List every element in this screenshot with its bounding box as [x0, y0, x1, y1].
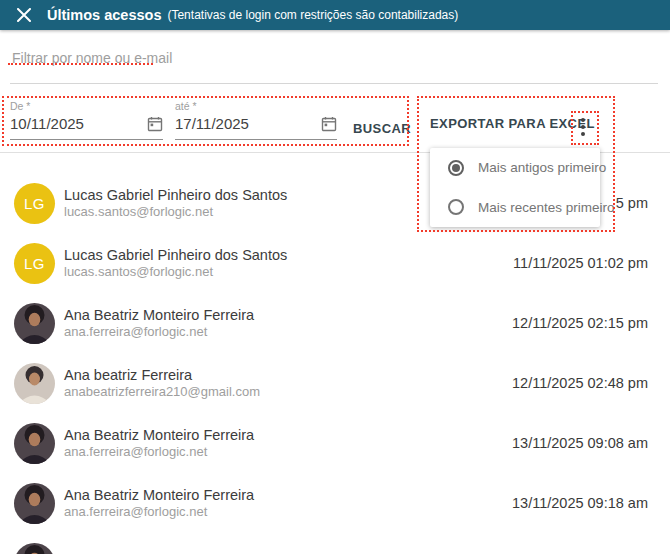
date-from-underline — [10, 139, 163, 140]
kebab-menu-icon[interactable] — [578, 114, 588, 140]
date-from-label: De * — [10, 100, 30, 112]
radio-unselected-icon[interactable] — [448, 199, 464, 215]
calendar-icon-from[interactable] — [147, 116, 163, 132]
sort-option-oldest-first[interactable]: Mais antigos primeiro — [430, 148, 600, 188]
access-list-item: LG Lucas Gabriel Pinheiro dos Santosluca… — [0, 233, 670, 293]
sort-option-label: Mais recentes primeiro — [478, 200, 615, 215]
avatar-photo — [14, 543, 55, 554]
user-name: Lucas Gabriel Pinheiro dos Santos — [64, 187, 287, 204]
search-button[interactable]: BUSCAR — [353, 121, 411, 136]
export-excel-button[interactable]: EXPORTAR PARA EXCEL — [430, 116, 595, 131]
radio-selected-icon[interactable] — [448, 160, 464, 176]
annotation-filter-underline — [8, 63, 153, 65]
user-name: Ana Beatriz Monteiro Ferreira — [64, 427, 254, 444]
user-email: lucas.santos@forlogic.net — [64, 204, 287, 219]
access-timestamp: 13/11/2025 09:28 am — [512, 533, 648, 554]
access-timestamp: 13/11/2025 09:08 am — [512, 413, 648, 473]
calendar-icon-to[interactable] — [321, 116, 337, 132]
user-email: ana.ferreira@forlogic.net — [64, 444, 254, 459]
user-name: Ana Beatriz Monteiro Ferreira — [64, 307, 254, 324]
dialog-title: Últimos acessos — [47, 7, 161, 23]
avatar-photo — [14, 363, 55, 404]
dialog-subtitle: (Tentativas de login com restrições são … — [167, 8, 458, 22]
avatar-photo — [14, 423, 55, 464]
close-icon[interactable] — [16, 7, 32, 23]
user-email: anabeatrizferreira210@gmail.com — [64, 384, 260, 399]
avatar-photo — [14, 483, 55, 524]
last-accesses-dialog: Últimos acessos (Tentativas de login com… — [0, 0, 670, 554]
access-list-item: Ana Beatriz Monteiro Ferreiraana.ferreir… — [0, 413, 670, 473]
sort-option-newest-first[interactable]: Mais recentes primeiro — [430, 188, 600, 228]
access-list-item: Ana Beatriz Monteiro Ferreiraana.ferreir… — [0, 293, 670, 353]
avatar: LG — [14, 243, 55, 284]
access-timestamp: 11/11/2025 01:02 pm — [513, 233, 648, 293]
avatar: LG — [14, 183, 55, 224]
date-to-underline — [175, 139, 337, 140]
avatar-photo — [14, 303, 55, 344]
date-to-label: até * — [175, 100, 197, 112]
sort-menu: Mais antigos primeiro Mais recentes prim… — [430, 148, 600, 227]
date-from-value[interactable]: 10/11/2025 — [10, 115, 84, 132]
sort-option-label: Mais antigos primeiro — [478, 160, 606, 175]
filter-input-underline — [10, 83, 658, 84]
access-timestamp: 12/11/2025 02:48 pm — [512, 353, 648, 413]
access-timestamp: 5 pm — [616, 173, 648, 233]
access-list-item: Ana Beatriz Monteiro Ferreira 13/11/2025… — [0, 533, 670, 554]
user-name: Ana Beatriz Monteiro Ferreira — [64, 487, 254, 504]
dialog-header: Últimos acessos (Tentativas de login com… — [0, 0, 670, 30]
user-name: Ana beatriz Ferreira — [64, 367, 260, 384]
user-email: lucas.santos@forlogic.net — [64, 264, 287, 279]
user-name: Lucas Gabriel Pinheiro dos Santos — [64, 247, 287, 264]
date-to-value[interactable]: 17/11/2025 — [175, 115, 249, 132]
user-email: ana.ferreira@forlogic.net — [64, 324, 254, 339]
user-email: ana.ferreira@forlogic.net — [64, 504, 254, 519]
access-list-item: Ana Beatriz Monteiro Ferreiraana.ferreir… — [0, 473, 670, 533]
filter-input[interactable] — [10, 47, 654, 69]
access-timestamp: 13/11/2025 09:18 am — [512, 473, 648, 533]
access-timestamp: 12/11/2025 02:15 pm — [512, 293, 648, 353]
access-list-item: Ana beatriz Ferreiraanabeatrizferreira21… — [0, 353, 670, 413]
